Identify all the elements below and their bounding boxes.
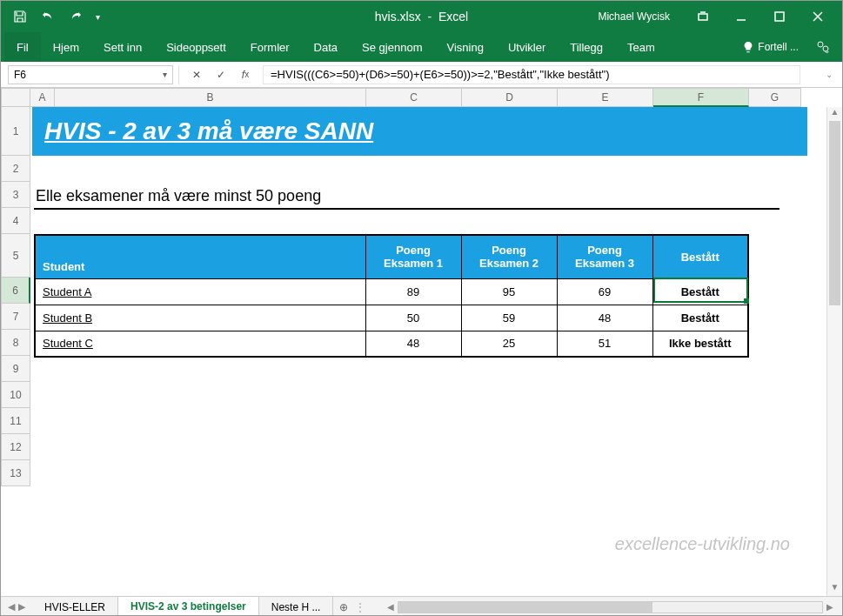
- redo-button[interactable]: [64, 4, 88, 29]
- table-cell[interactable]: Ikke bestått: [652, 331, 748, 357]
- table-cell[interactable]: 48: [365, 331, 461, 357]
- row-header-11[interactable]: 11: [1, 408, 30, 434]
- cancel-formula-button[interactable]: ✕: [186, 65, 207, 84]
- svg-rect-1: [775, 12, 784, 21]
- row-headers: 12345678910111213: [1, 107, 30, 596]
- maximize-button[interactable]: [762, 3, 797, 30]
- table-cell[interactable]: Student C: [35, 331, 365, 357]
- formula-bar-row: F6▾ ✕ ✓ fx =HVIS(((C6>=50)+(D6>=50)+(E6>…: [1, 62, 842, 88]
- accept-formula-button[interactable]: ✓: [211, 65, 231, 84]
- fx-button[interactable]: fx: [235, 65, 256, 84]
- horizontal-scrollbar[interactable]: ◀ ▶: [366, 601, 842, 613]
- table-cell[interactable]: Student A: [35, 278, 365, 305]
- column-header-C[interactable]: C: [366, 88, 462, 107]
- qat-customize[interactable]: ▾: [91, 4, 104, 29]
- table-cell[interactable]: 48: [557, 305, 652, 331]
- column-header-D[interactable]: D: [462, 88, 558, 107]
- column-header-E[interactable]: E: [558, 88, 653, 107]
- row-header-6[interactable]: 6: [1, 278, 30, 304]
- h-scroll-thumb[interactable]: [398, 602, 652, 613]
- scroll-right-button[interactable]: ▶: [823, 602, 837, 612]
- tab-hjem[interactable]: Hjem: [41, 32, 91, 62]
- sheet-nav-next[interactable]: ▶: [18, 601, 25, 613]
- row-header-13[interactable]: 13: [1, 460, 30, 486]
- tab-settinn[interactable]: Sett inn: [91, 32, 154, 62]
- title-bar: ▾ hvis.xlsx - Excel Michael Wycisk: [1, 1, 842, 32]
- sheet-tab[interactable]: HVIS-ELLER: [32, 597, 118, 617]
- table-header: Bestått: [652, 235, 748, 278]
- vertical-scrollbar[interactable]: ▲ ▼: [826, 107, 842, 596]
- row-header-3[interactable]: 3: [1, 182, 30, 208]
- svg-rect-0: [699, 14, 707, 20]
- column-header-B[interactable]: B: [55, 88, 366, 107]
- table-cell[interactable]: 59: [461, 305, 557, 331]
- sheet-tab-bar: ◀ ▶ HVIS-ELLERHVIS-2 av 3 betingelserNes…: [1, 596, 842, 616]
- ribbon-options-button[interactable]: [686, 3, 720, 30]
- table-cell[interactable]: 50: [365, 305, 461, 331]
- row-header-4[interactable]: 4: [1, 208, 30, 234]
- watermark: excellence-utvikling.no: [615, 534, 790, 554]
- tab-segjennom[interactable]: Se gjennom: [350, 32, 434, 62]
- tab-visning[interactable]: Visning: [434, 32, 495, 62]
- name-box[interactable]: F6▾: [8, 65, 173, 84]
- subtitle-underline: [34, 208, 779, 210]
- save-button[interactable]: [8, 4, 32, 29]
- sheet-tab[interactable]: HVIS-2 av 3 betingelser: [118, 597, 259, 617]
- tab-formler[interactable]: Formler: [238, 32, 302, 62]
- share-icon: [816, 40, 830, 54]
- svg-point-3: [823, 46, 828, 51]
- share-button[interactable]: [807, 32, 839, 62]
- close-button[interactable]: [800, 3, 835, 30]
- row-header-2[interactable]: 2: [1, 156, 30, 182]
- cells-area[interactable]: HVIS - 2 av 3 må være SANN Elle eksamene…: [30, 107, 842, 596]
- table-cell[interactable]: 69: [557, 278, 652, 305]
- table-cell[interactable]: Student B: [35, 305, 365, 331]
- new-sheet-button[interactable]: ⊕: [333, 601, 354, 613]
- select-all-corner[interactable]: [1, 88, 30, 107]
- row-header-8[interactable]: 8: [1, 330, 30, 356]
- table-cell[interactable]: 95: [461, 278, 557, 305]
- sheet-subtitle: Elle eksamener må være minst 50 poeng: [36, 187, 321, 205]
- tab-utvikler[interactable]: Utvikler: [496, 32, 558, 62]
- row-header-5[interactable]: 5: [1, 234, 30, 278]
- v-scroll-thumb[interactable]: [829, 121, 840, 305]
- table-cell[interactable]: Bestått: [652, 278, 748, 305]
- row-header-10[interactable]: 10: [1, 382, 30, 408]
- table-cell[interactable]: 25: [461, 331, 557, 357]
- tab-data[interactable]: Data: [302, 32, 350, 62]
- scroll-left-button[interactable]: ◀: [384, 602, 398, 612]
- column-header-G[interactable]: G: [749, 88, 801, 107]
- tell-me[interactable]: Fortell ...: [733, 32, 807, 62]
- tab-sideoppsett[interactable]: Sideoppsett: [154, 32, 238, 62]
- column-header-F[interactable]: F: [653, 88, 749, 107]
- table-header: PoengEksamen 2: [461, 235, 557, 278]
- formula-expand-button[interactable]: ⌄: [821, 70, 837, 79]
- row-header-12[interactable]: 12: [1, 434, 30, 460]
- ribbon-tabs: Fil Hjem Sett inn Sideoppsett Formler Da…: [1, 32, 842, 62]
- tab-fil[interactable]: Fil: [4, 32, 41, 62]
- undo-button[interactable]: [36, 4, 60, 29]
- column-headers: ABCDEFG: [30, 88, 842, 107]
- tab-tillegg[interactable]: Tillegg: [558, 32, 615, 62]
- user-name: Michael Wycisk: [598, 10, 670, 23]
- scroll-down-button[interactable]: ▼: [827, 582, 842, 596]
- sheet-tab[interactable]: Neste H ...: [259, 597, 334, 617]
- sheet-banner: HVIS - 2 av 3 må være SANN: [32, 107, 807, 156]
- row-header-9[interactable]: 9: [1, 356, 30, 382]
- tab-team[interactable]: Team: [615, 32, 667, 62]
- table-cell[interactable]: Bestått: [652, 305, 748, 331]
- table-header: Student: [35, 235, 365, 278]
- row-header-1[interactable]: 1: [1, 107, 30, 156]
- lightbulb-icon: [742, 41, 754, 53]
- scroll-up-button[interactable]: ▲: [827, 107, 842, 121]
- table-header: PoengEksamen 3: [557, 235, 652, 278]
- row-header-7[interactable]: 7: [1, 304, 30, 330]
- sheet-nav-prev[interactable]: ◀: [8, 601, 15, 613]
- formula-bar[interactable]: =HVIS(((C6>=50)+(D6>=50)+(E6>=50))>=2,"B…: [263, 65, 800, 84]
- column-header-A[interactable]: A: [30, 88, 55, 107]
- minimize-button[interactable]: [724, 3, 759, 30]
- table-cell[interactable]: 51: [557, 331, 652, 357]
- chevron-down-icon[interactable]: ▾: [163, 70, 167, 79]
- table-cell[interactable]: 89: [365, 278, 461, 305]
- window-title: hvis.xlsx - Excel: [375, 10, 468, 23]
